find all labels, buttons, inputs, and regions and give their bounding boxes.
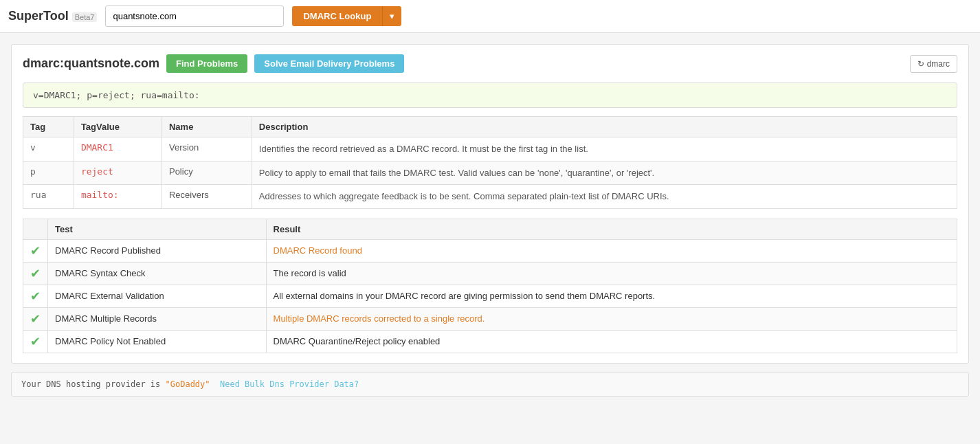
desc-cell: Identifies the record retrieved as a DMA… (252, 137, 957, 162)
status-cell: ✔ (23, 239, 48, 262)
status-cell: ✔ (23, 307, 48, 330)
check-icon: ✔ (30, 244, 41, 258)
tag-table: Tag TagValue Name Description v DMARC1 V… (23, 116, 957, 209)
test-table: Test Result ✔ DMARC Record Published DMA… (23, 219, 957, 353)
check-icon: ✔ (30, 267, 41, 280)
brand-logo: SuperTool Beta7 (8, 9, 97, 23)
table-row: ✔ DMARC Record Published DMARC Record fo… (23, 239, 957, 262)
bulk-dns-link[interactable]: Need Bulk Dns Provider Data? (220, 379, 359, 389)
tag-cell: rua (23, 185, 74, 209)
raw-record: v=DMARC1; p=reject; rua=mailto: (23, 82, 957, 108)
table-row: ✔ DMARC Multiple Records Multiple DMARC … (23, 307, 957, 330)
test-table-header-row: Test Result (23, 219, 957, 239)
result-cell: DMARC Quarantine/Reject policy enabled (266, 330, 957, 353)
footer-note: Your DNS hosting provider is "GoDaddy" N… (11, 372, 969, 397)
table-row: ✔ DMARC Policy Not Enabled DMARC Quarant… (23, 330, 957, 353)
result-card: dmarc:quantsnote.com Find Problems Solve… (11, 44, 969, 364)
table-row: p reject Policy Policy to apply to email… (23, 161, 957, 185)
refresh-button[interactable]: ↻ dmarc (910, 55, 957, 73)
col-status (23, 219, 48, 239)
test-name-cell: DMARC Record Published (48, 239, 267, 262)
test-name-cell: DMARC External Validation (48, 285, 267, 307)
header: SuperTool Beta7 DMARC Lookup ▾ (0, 0, 980, 33)
tag-cell: v (23, 137, 74, 162)
check-icon: ✔ (30, 312, 41, 326)
test-name-cell: DMARC Policy Not Enabled (48, 330, 267, 353)
col-name: Name (162, 117, 252, 137)
desc-cell: Policy to apply to email that fails the … (252, 161, 957, 185)
tagvalue-cell: reject (74, 161, 162, 185)
col-tagvalue: TagValue (74, 117, 162, 137)
table-row: v DMARC1 Version Identifies the record r… (23, 137, 957, 162)
status-cell: ✔ (23, 285, 48, 307)
name-cell: Version (162, 137, 252, 162)
refresh-icon: ↻ (917, 59, 924, 69)
result-cell: The record is valid (266, 262, 957, 285)
result-cell: Multiple DMARC records corrected to a si… (266, 307, 957, 330)
solve-problems-button[interactable]: Solve Email Delivery Problems (254, 54, 404, 73)
name-cell: Policy (162, 161, 252, 185)
check-icon: ✔ (30, 289, 41, 303)
domain-title: dmarc:quantsnote.com (23, 56, 159, 71)
dmarc-lookup-button[interactable]: DMARC Lookup (292, 6, 382, 26)
desc-cell: Addresses to which aggregate feedback is… (252, 185, 957, 209)
col-test: Test (48, 219, 267, 239)
col-description: Description (252, 117, 957, 137)
result-cell: DMARC Record found (266, 239, 957, 262)
status-cell: ✔ (23, 330, 48, 353)
test-name-cell: DMARC Multiple Records (48, 307, 267, 330)
result-cell: All external domains in your DMARC recor… (266, 285, 957, 307)
col-result: Result (266, 219, 957, 239)
check-icon: ✔ (30, 335, 41, 348)
tag-cell: p (23, 161, 74, 185)
table-row: rua mailto: Receivers Addresses to which… (23, 185, 957, 209)
main-content: dmarc:quantsnote.com Find Problems Solve… (0, 33, 980, 408)
find-problems-button[interactable]: Find Problems (166, 54, 247, 73)
godaddy-label: "GoDaddy" (166, 379, 210, 389)
tagvalue-cell: DMARC1 (74, 137, 162, 162)
title-row: dmarc:quantsnote.com Find Problems Solve… (23, 54, 957, 73)
test-name-cell: DMARC Syntax Check (48, 262, 267, 285)
table-row: ✔ DMARC Syntax Check The record is valid (23, 262, 957, 285)
beta-badge: Beta7 (72, 12, 98, 22)
dmarc-dropdown-button[interactable]: ▾ (382, 6, 401, 26)
dmarc-lookup-btn-group: DMARC Lookup ▾ (292, 6, 401, 26)
status-cell: ✔ (23, 262, 48, 285)
refresh-label: dmarc (927, 59, 950, 69)
dns-text: Your DNS hosting provider is (21, 379, 166, 389)
name-cell: Receivers (162, 185, 252, 209)
search-input[interactable] (105, 5, 284, 27)
tag-table-header-row: Tag TagValue Name Description (23, 117, 957, 137)
col-tag: Tag (23, 117, 74, 137)
dropdown-arrow-icon: ▾ (390, 11, 394, 21)
table-row: ✔ DMARC External Validation All external… (23, 285, 957, 307)
brand-name: SuperTool (8, 9, 69, 23)
tagvalue-cell: mailto: (74, 185, 162, 209)
